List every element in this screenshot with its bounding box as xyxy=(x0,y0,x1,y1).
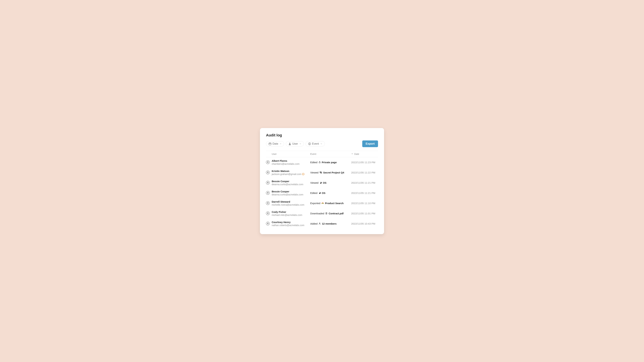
rainbow-icon xyxy=(321,202,324,204)
avatar xyxy=(266,222,270,225)
avatar xyxy=(266,160,270,164)
svg-rect-10 xyxy=(319,162,320,163)
column-header-user[interactable]: User xyxy=(272,153,310,155)
svg-rect-0 xyxy=(269,143,271,145)
svg-point-39 xyxy=(319,223,320,224)
user-name: Bessie Cooper xyxy=(272,180,310,183)
svg-point-12 xyxy=(268,172,268,172)
event-date: 2022/11/05 11:21 PM xyxy=(351,192,378,194)
event-date: 2022/11/05 10:43 PM xyxy=(351,222,378,225)
avatar xyxy=(266,201,270,205)
table-row[interactable]: Bessie Cooperdeanna.curtis@acmelabs.comV… xyxy=(266,178,378,188)
event-date: 2022/11/05 11:22 PM xyxy=(351,171,378,174)
user-name: Bessie Cooper xyxy=(272,190,310,193)
export-button[interactable]: Export xyxy=(362,140,378,147)
event-target: Secret Project Q4 xyxy=(323,171,344,174)
filter-event-label: Event xyxy=(312,142,319,145)
event-action: Exported xyxy=(310,202,320,205)
user-name: Cody Fisher xyxy=(272,211,310,213)
table-row[interactable]: Cody Fishermichael.mitc@acmelabs.comDown… xyxy=(266,208,378,219)
svg-point-17 xyxy=(268,182,268,182)
filter-event[interactable]: Event xyxy=(306,141,325,146)
event-action: Viewed xyxy=(310,171,318,174)
user-email: chambers@acmelabs.com xyxy=(272,163,310,165)
svg-point-8 xyxy=(268,162,268,162)
user-name: Courtney Henry xyxy=(272,221,310,224)
svg-point-37 xyxy=(268,223,268,223)
yinyang-icon xyxy=(320,182,322,184)
audit-log-card: Audit log Date User Event xyxy=(260,128,384,234)
svg-point-32 xyxy=(268,213,268,213)
svg-point-29 xyxy=(268,203,268,203)
svg-point-4 xyxy=(289,143,290,144)
event-date: 2022/11/05 11:23 PM xyxy=(351,161,378,164)
person-icon xyxy=(318,222,321,225)
filter-user-label: User xyxy=(292,142,298,145)
arrow-up-icon xyxy=(351,153,353,155)
user-name: Darrell Steward xyxy=(272,200,310,203)
chevron-down-icon xyxy=(299,143,301,145)
table-row[interactable]: Bessie Cooperdeanna.curtis@acmelabs.comE… xyxy=(266,188,378,198)
event-date: 2022/11/05 11:01 PM xyxy=(351,212,378,215)
svg-point-21 xyxy=(320,183,321,183)
avatar xyxy=(266,181,270,185)
svg-point-23 xyxy=(268,192,268,193)
filter-date-label: Date xyxy=(272,142,278,145)
event-action: Edited xyxy=(310,161,318,164)
event-target: OS xyxy=(322,192,326,194)
event-target: Private page xyxy=(322,161,337,164)
user-email: deanna.curtis@acmelabs.com xyxy=(272,193,310,196)
column-header-date[interactable]: Date xyxy=(351,153,378,155)
user-email: deanna.curtis@acmelabs.com xyxy=(272,183,310,186)
svg-point-33 xyxy=(268,213,268,213)
page-title: Audit log xyxy=(266,133,378,137)
chevron-down-icon xyxy=(320,143,322,145)
table-row[interactable]: Kristin Watsonjackson.graham@gmail.comVi… xyxy=(266,167,378,178)
filter-date[interactable]: Date xyxy=(266,141,284,146)
user-email: michael.mitc@acmelabs.com xyxy=(272,214,310,216)
avatar xyxy=(266,191,270,195)
column-header-date-label: Date xyxy=(354,153,359,155)
svg-point-9 xyxy=(268,162,268,162)
table-header: User Event Date xyxy=(266,151,378,157)
table-body: Albert Floreschambers@acmelabs.comEdited… xyxy=(266,157,378,229)
event-date: 2022/11/05 11:10 PM xyxy=(351,202,378,205)
svg-point-30 xyxy=(268,203,268,203)
user-name: Albert Flores xyxy=(272,159,310,162)
table-row[interactable]: Albert Floreschambers@acmelabs.comEdited… xyxy=(266,157,378,167)
event-action: Viewed xyxy=(310,181,318,184)
svg-point-26 xyxy=(320,192,320,193)
svg-point-27 xyxy=(320,193,320,194)
user-email: jackson.graham@gmail.com xyxy=(272,173,310,175)
event-target: OS xyxy=(323,181,326,184)
event-action: Downloaded xyxy=(310,212,324,215)
event-action: Edited xyxy=(310,192,318,194)
lock-icon xyxy=(318,161,321,163)
svg-point-20 xyxy=(320,182,321,182)
svg-point-13 xyxy=(268,172,268,172)
user-email: nathan.roberts@acmelabs.com xyxy=(272,224,310,227)
filter-user[interactable]: User xyxy=(286,141,304,146)
person-icon xyxy=(288,142,291,145)
event-target: Product Search xyxy=(325,202,344,205)
svg-point-24 xyxy=(268,192,268,193)
avatar xyxy=(266,171,270,174)
toolbar: Date User Event Export xyxy=(266,140,378,147)
user-email: michelle.rivera@acmelabs.com xyxy=(272,203,310,206)
svg-point-18 xyxy=(268,182,268,182)
column-header-event[interactable]: Event xyxy=(310,153,351,155)
bolt-icon xyxy=(308,142,311,145)
yinyang-icon xyxy=(318,192,321,194)
calendar-icon xyxy=(268,142,272,145)
event-date: 2022/11/05 11:21 PM xyxy=(351,181,378,184)
globe-icon xyxy=(302,173,304,175)
chevron-down-icon xyxy=(280,143,282,145)
avatar xyxy=(266,212,270,215)
file-icon xyxy=(325,212,328,215)
eye-off-icon xyxy=(320,171,322,174)
table-row[interactable]: Darrell Stewardmichelle.rivera@acmelabs.… xyxy=(266,198,378,208)
svg-point-38 xyxy=(268,223,268,223)
user-name: Kristin Watson xyxy=(272,170,310,172)
event-action: Added xyxy=(310,222,318,225)
table-row[interactable]: Courtney Henrynathan.roberts@acmelabs.co… xyxy=(266,219,378,229)
